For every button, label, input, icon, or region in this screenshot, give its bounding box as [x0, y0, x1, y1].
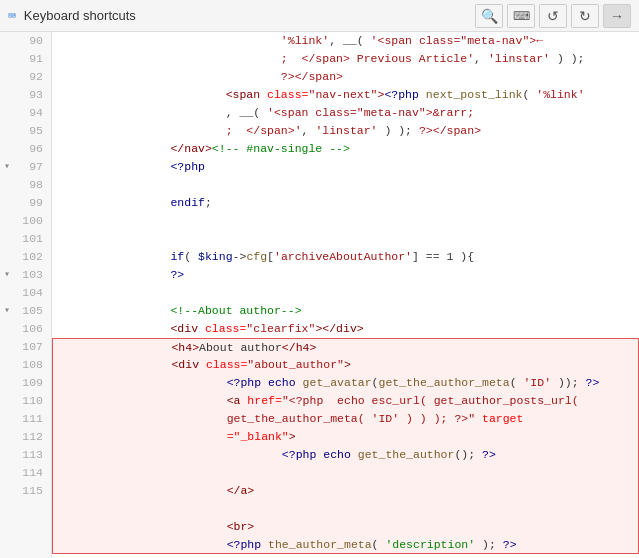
line-num-113: 113 — [0, 446, 51, 464]
redo-button[interactable]: ↻ — [571, 4, 599, 28]
line-num-95: 95 — [0, 122, 51, 140]
line-num-105: 105 — [0, 302, 51, 320]
code-line-110 — [52, 500, 639, 518]
code-line-107: <?php echo get_the_author(); ?> — [52, 446, 639, 464]
line-num-98: 98 — [0, 176, 51, 194]
keyboard-icon: ⌨ — [8, 8, 16, 24]
code-line-90c: ?></span> — [52, 68, 639, 86]
code-line-91b: , __( '<span class="meta-nav">&rarr; — [52, 104, 639, 122]
close-button[interactable]: → — [603, 4, 631, 28]
line-num-104: 104 — [0, 284, 51, 302]
line-num-107: 107 — [0, 338, 51, 356]
code-line-103: <h4>About author</h4> — [52, 338, 639, 356]
line-num-111: 111 — [0, 410, 51, 428]
code-line-95: endif; — [52, 194, 639, 212]
line-num-99: 99 — [0, 194, 51, 212]
line-num-93: 93 — [0, 86, 51, 104]
code-line-96 — [52, 212, 639, 230]
line-num-115: 115 — [0, 482, 51, 500]
code-line-106b: get_the_author_meta( 'ID' ) ) ); ?>" tar… — [52, 410, 639, 428]
terminal-button[interactable]: ⌨ — [507, 4, 535, 28]
line-num-100: 100 — [0, 212, 51, 230]
code-line-99: ?> — [52, 266, 639, 284]
code-area: 90 91 92 93 94 95 96 97 98 99 100 101 10… — [0, 32, 639, 558]
line-num-101: 101 — [0, 230, 51, 248]
line-num-94: 94 — [0, 104, 51, 122]
code-line-106c: ="_blank"> — [52, 428, 639, 446]
code-line-98: if( $king->cfg['archiveAboutAuthor'] == … — [52, 248, 639, 266]
line-num-90: 90 — [0, 32, 51, 50]
code-line-108 — [52, 464, 639, 482]
line-num-91: 91 — [0, 50, 51, 68]
code-line-111: <br> — [52, 518, 639, 536]
line-num-110: 110 — [0, 392, 51, 410]
code-line-102: <div class="clearfix"></div> — [52, 320, 639, 338]
topbar: ⌨ Keyboard shortcuts 🔍 ⌨ ↺ ↻ → — [0, 0, 639, 32]
line-num-114: 114 — [0, 464, 51, 482]
line-num-103: 103 — [0, 266, 51, 284]
code-line-101: <!--About author--> — [52, 302, 639, 320]
line-num-97: 97 — [0, 158, 51, 176]
line-num-96: 96 — [0, 140, 51, 158]
code-line-100 — [52, 284, 639, 302]
line-numbers: 90 91 92 93 94 95 96 97 98 99 100 101 10… — [0, 32, 52, 558]
code-line-92: </nav><!-- #nav-single --> — [52, 140, 639, 158]
code-line-90: '%link', __( '<span class="meta-nav">← — [52, 32, 639, 50]
code-line-109: </a> — [52, 482, 639, 500]
code-line-113: </div> — [52, 554, 639, 558]
line-num-102: 102 — [0, 248, 51, 266]
code-line-112: <?php the_author_meta( 'description' ); … — [52, 536, 639, 554]
code-line-90b: ; </span> Previous Article', 'linstar' )… — [52, 50, 639, 68]
topbar-title: Keyboard shortcuts — [24, 8, 471, 23]
search-button[interactable]: 🔍 — [475, 4, 503, 28]
code-line-91: <span class="nav-next"><?php next_post_l… — [52, 86, 639, 104]
undo-button[interactable]: ↺ — [539, 4, 567, 28]
code-content[interactable]: '%link', __( '<span class="meta-nav">← ;… — [52, 32, 639, 558]
code-line-91c: ; </span>', 'linstar' ) ); ?></span> — [52, 122, 639, 140]
code-line-105: <?php echo get_avatar(get_the_author_met… — [52, 374, 639, 392]
line-num-106: 106 — [0, 320, 51, 338]
line-num-109: 109 — [0, 374, 51, 392]
code-line-104: <div class="about_author"> — [52, 356, 639, 374]
line-num-108: 108 — [0, 356, 51, 374]
line-num-112: 112 — [0, 428, 51, 446]
code-line-106a: <a href="<?php echo esc_url( get_author_… — [52, 392, 639, 410]
line-num-92: 92 — [0, 68, 51, 86]
code-line-94 — [52, 176, 639, 194]
code-line-93: <?php — [52, 158, 639, 176]
code-line-97 — [52, 230, 639, 248]
